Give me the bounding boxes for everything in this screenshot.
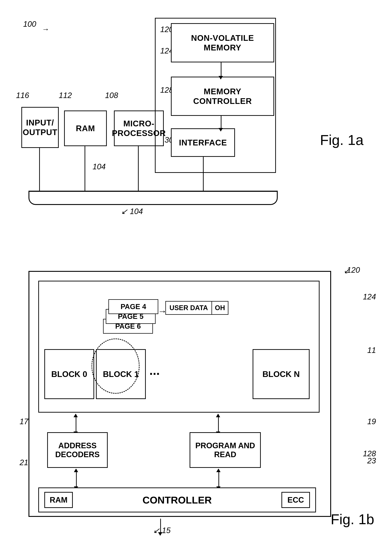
io-bus-line [39,148,40,191]
ram-box-1a: RAM [64,110,107,146]
fig1b-label: Fig. 1b [331,511,374,528]
fig1a-label: Fig. 1a [320,132,364,148]
ref-104-1a: 104 [93,162,106,171]
fig1b-container: 120 ↙ 124 11 17 19 21 128 23 BLOCK 0 BLO… [14,257,378,531]
addr-dec-label: ADDRESS DECODERS [55,441,100,459]
fig1a-container: 100 → 120 124 128 130 116 112 108 104 NO… [14,11,378,246]
block0-label: BLOCK 0 [51,369,87,379]
blockn-label: BLOCK N [262,369,300,379]
bus-bracket [28,191,278,205]
dashed-circle [91,338,140,394]
ram-box-1b: RAM [44,492,73,508]
chip-outer-border: BLOCK 0 BLOCK 1 ... BLOCK N PAGE 4 [28,271,331,517]
array-border: BLOCK 0 BLOCK 1 ... BLOCK N PAGE 4 [38,281,320,413]
ref-11-1b: 11 [367,346,376,355]
iface-bus-line [203,157,204,191]
arrow-120: ↙ [344,266,350,275]
prog-read-label: PROGRAM AND READ [195,441,255,459]
addr-dec-box: ADDRESS DECODERS [47,432,108,468]
ref-19-1b: 19 [367,417,376,426]
prog-read-box: PROGRAM AND READ [190,432,261,468]
arrow-up-right [216,414,220,417]
ref-116-1a: 116 [16,91,29,100]
ram-label-1a: RAM [76,124,95,133]
memory-subsystem-border [155,18,276,173]
userdata-label: USER DATA [166,302,212,314]
micro-bus-line [138,146,139,191]
dots: ... [149,363,160,378]
arrow-up-pr-ctrl [216,469,221,472]
ref-112-1a: 112 [59,91,72,100]
ecc-box: ECC [281,492,310,508]
ram-bus-line [85,146,85,191]
arrow-100: → [42,25,49,33]
ref-124-1b: 124 [363,292,376,301]
oh-label: OH [212,302,228,314]
ref-17-1b: 17 [20,417,28,426]
block0-box: BLOCK 0 [44,349,94,399]
page-container: 100 → 120 124 128 130 116 112 108 104 NO… [0,0,392,542]
arrow-up-addr-ctrl [74,469,78,472]
controller-bar: RAM CONTROLLER ECC [38,488,316,512]
page-to-userdata-arrow: → [158,306,167,316]
ref-23-1b: 23 [367,456,376,465]
ref-108-1a: 108 [105,91,118,100]
arrow-up-left [74,414,78,417]
userdata-oh-box: USER DATA OH [165,301,228,315]
page4-box: PAGE 4 [108,299,158,314]
ref-100: 100 [23,20,36,28]
controller-label: CONTROLLER [73,494,281,506]
ref-104-curve: ↙ 104 [121,207,143,216]
ref-21-1b: 21 [20,458,28,467]
ref-15-1b: ↙ 15 [153,526,170,535]
blockn-box: BLOCK N [253,349,310,399]
io-box: INPUT/ OUTPUT [21,107,59,148]
io-label: INPUT/ OUTPUT [23,118,57,137]
